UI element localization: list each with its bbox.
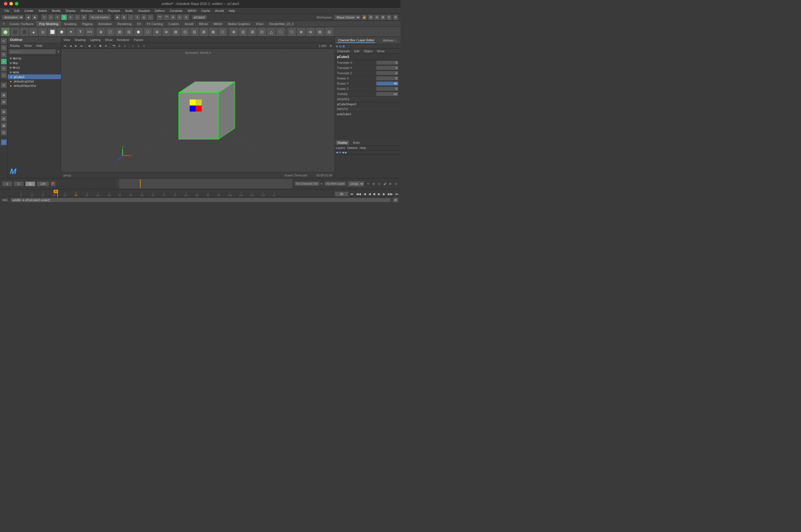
cb-icon3[interactable]: ⊠	[343, 45, 345, 48]
pb-step-fwd[interactable]: ▶▶	[387, 192, 394, 196]
shelf-tab-bifrost[interactable]: Bifrost	[196, 21, 211, 27]
tree-item-side[interactable]: ▶◀ side	[8, 70, 61, 74]
wb-icon3[interactable]: ⊠	[380, 15, 386, 20]
pb-step-back[interactable]: ◀◀	[355, 192, 362, 196]
vp-sel1[interactable]: ▣	[87, 43, 92, 49]
cb-menu-edit[interactable]: Edit	[353, 49, 360, 53]
shelf-icon-triangulate[interactable]: △	[267, 27, 276, 36]
pb-stop[interactable]: ■	[372, 191, 376, 197]
shelf-icon-cube[interactable]: ⬛	[11, 27, 19, 36]
shelf-icon-cylinder[interactable]: ⬛	[20, 27, 29, 36]
menu-windows[interactable]: Windows	[78, 8, 95, 13]
shelf-tab-sculpting[interactable]: Sculpting	[61, 21, 79, 27]
deform-btn[interactable]: ⊛	[1, 99, 7, 105]
vp-disp1[interactable]: 1	[130, 43, 135, 49]
tree-item-pcube3[interactable]: ◆ pCube3	[8, 74, 61, 79]
rotate-tool-btn[interactable]: ↻	[1, 65, 7, 72]
layer-ctrl1[interactable]: ◀	[336, 151, 338, 154]
menu-playback[interactable]: Playback	[106, 8, 122, 13]
search-input[interactable]	[9, 49, 56, 54]
shelf-icon-torus[interactable]: ◎	[38, 27, 47, 36]
shelf-icon-quad[interactable]: □	[276, 27, 285, 36]
cb-menu-channels[interactable]: Channels	[336, 49, 351, 53]
pb-play-back[interactable]: ◀	[367, 192, 371, 196]
vp-snap2[interactable]: ⊙	[122, 43, 127, 49]
vp-menu-shading[interactable]: Shading	[73, 38, 87, 42]
pb-skip-start[interactable]: ⏮	[349, 192, 354, 196]
shelf-tab-curves[interactable]: Curves / Surfaces	[6, 21, 36, 27]
char-set-dropdown[interactable]: ▼	[320, 182, 323, 186]
pb-icon3[interactable]: ⊠	[388, 182, 393, 186]
menu-deform[interactable]: Deform	[153, 8, 167, 13]
soft-mod-btn[interactable]: ⊙	[1, 82, 7, 88]
cb-dtab-anim[interactable]: Anim	[351, 140, 361, 145]
layers-menu-layers[interactable]: Layers	[336, 146, 345, 150]
tb1[interactable]: ▶	[114, 14, 121, 20]
cam1[interactable]: 📷	[157, 14, 163, 20]
pb-loop[interactable]: ↻	[366, 182, 371, 186]
close-button[interactable]	[4, 2, 7, 5]
cb-dtab-display[interactable]: Display	[336, 140, 349, 145]
cb-inputs-value[interactable]: polyCube1	[337, 112, 351, 116]
workspace-dropdown[interactable]: Maya Classic	[334, 15, 360, 20]
shelf-icon-boolean-union[interactable]: ⊕	[297, 27, 306, 36]
menu-help[interactable]: Help	[227, 8, 237, 13]
shelf-icon-cone[interactable]: ▲	[29, 27, 38, 36]
tree-item-persp[interactable]: ▶◀ persp	[8, 56, 61, 60]
shelf-icon-bevel[interactable]: ⬡	[106, 27, 115, 36]
minimize-button[interactable]	[10, 2, 13, 5]
pb-icon4[interactable]: ⊡	[393, 182, 398, 186]
move-tool-btn[interactable]: +	[1, 59, 7, 64]
outliner-menu-show[interactable]: Show	[23, 44, 33, 48]
pb-sound[interactable]: 🔊	[382, 182, 387, 186]
outliner-menu-help[interactable]: Help	[35, 44, 44, 48]
tree-item-top[interactable]: ▶◀ top	[8, 60, 61, 65]
snap-surface[interactable]: □	[147, 14, 153, 20]
cb-value-rotate-y[interactable]	[376, 82, 398, 86]
outliner-menu-display[interactable]: Display	[9, 44, 21, 48]
shelf-icon-sphere[interactable]: ⬤	[1, 27, 10, 36]
left-btn1[interactable]: ⊕	[1, 109, 7, 115]
current-frame-input[interactable]	[14, 182, 24, 186]
vp-menu-renderer[interactable]: Renderer	[116, 38, 131, 42]
shelf-icon-fill[interactable]: ⬢	[134, 27, 143, 36]
vp-snap1[interactable]: ⊛	[117, 43, 122, 49]
settings-icon[interactable]: ⚙	[393, 15, 398, 20]
left-btn2[interactable]: ⊟	[1, 116, 7, 122]
vp-tb3[interactable]: ▶	[73, 43, 78, 49]
vp-sel3[interactable]: ⬢	[98, 43, 103, 49]
cam4[interactable]: ⊙	[177, 14, 183, 20]
menu-constrain[interactable]: Constrain	[167, 8, 185, 13]
snap-grid[interactable]: ⊞	[121, 14, 127, 20]
layer-ctrl2[interactable]: ⊕	[339, 151, 341, 154]
mel-input[interactable]	[11, 198, 390, 202]
snap-btn[interactable]: ⊞	[1, 92, 7, 98]
vp-menu-lighting[interactable]: Lighting	[89, 38, 102, 42]
left-btn3[interactable]: ⊠	[1, 122, 7, 129]
cam5[interactable]: ⊚	[183, 14, 189, 20]
shelf-icon-delete-edge[interactable]: ⊠	[209, 27, 218, 36]
shelf-icon-star[interactable]: ✦	[67, 27, 75, 36]
menu-modify[interactable]: Modify	[50, 8, 63, 13]
no-live-surface[interactable]: No Live Surface	[89, 14, 111, 20]
cb-value-translate-x[interactable]	[376, 61, 398, 64]
menu-arnold[interactable]: Arnold	[213, 8, 226, 13]
vp-sel4[interactable]: ⊞	[104, 43, 108, 49]
pb-next-key[interactable]: ▶	[382, 192, 386, 196]
shelf-icon-chamfer[interactable]: ⬡	[218, 27, 227, 36]
shelf-icon-retopo[interactable]: ⊞	[248, 27, 257, 36]
vp-cam1[interactable]: 📷	[111, 43, 116, 49]
select-tool[interactable]: ↖	[41, 14, 47, 20]
shelf-tab-renderman[interactable]: RenderMan_23_3	[267, 21, 296, 27]
shelf-icon-append[interactable]: ⬡	[143, 27, 152, 36]
cb-menu-object[interactable]: Object	[363, 49, 374, 53]
current-time-input[interactable]	[335, 192, 348, 196]
cb-value-rotate-z[interactable]	[376, 87, 398, 91]
shelf-icon-insert-loop[interactable]: ⊡	[181, 27, 189, 36]
shelf-icon-target-weld[interactable]: ⊛	[153, 27, 162, 36]
lasso-tool[interactable]: ⬡	[48, 14, 54, 20]
scale-tool-btn[interactable]: ⤡	[1, 72, 7, 78]
lock-workspace[interactable]: 🔒	[361, 15, 367, 20]
vp-menu-panels[interactable]: Panels	[133, 38, 144, 42]
shelf-tab-animation[interactable]: Animation	[95, 21, 115, 27]
